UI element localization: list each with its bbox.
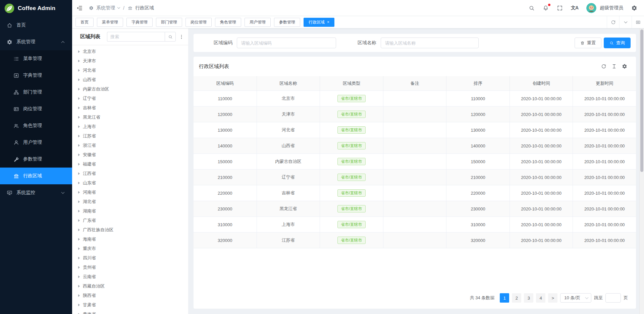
tree-search-button[interactable] — [165, 32, 176, 42]
refresh-icon[interactable] — [607, 16, 619, 28]
tree-node[interactable]: 广西壮族自治区 — [72, 225, 188, 235]
caret-right-icon[interactable] — [78, 275, 80, 278]
user-menu[interactable]: 超级管理员 — [586, 3, 623, 13]
jump-page-input[interactable] — [605, 293, 621, 303]
page-number-button[interactable]: 3 — [524, 293, 533, 303]
caret-right-icon[interactable] — [78, 163, 80, 166]
tree-node[interactable]: 浙江省 — [72, 141, 188, 150]
caret-right-icon[interactable] — [78, 294, 80, 297]
tree-node[interactable]: 云南省 — [72, 272, 188, 281]
tree-node[interactable]: 青海省 — [72, 310, 188, 314]
tree-node[interactable]: 福建省 — [72, 160, 188, 169]
tree-node[interactable]: 江苏省 — [72, 131, 188, 141]
sidebar-item-admin-region[interactable]: 行政区域 — [0, 168, 72, 184]
tree-node[interactable]: 吉林省 — [72, 103, 188, 113]
caret-right-icon[interactable] — [78, 50, 80, 53]
caret-right-icon[interactable] — [78, 191, 80, 194]
caret-right-icon[interactable] — [78, 153, 80, 156]
caret-right-icon[interactable] — [78, 135, 80, 137]
column-settings-gear-icon[interactable] — [622, 64, 627, 69]
tree-node[interactable]: 山东省 — [72, 178, 188, 188]
translate-icon[interactable]: 文A — [571, 5, 578, 11]
tab-close-icon[interactable]: × — [327, 20, 329, 24]
caret-right-icon[interactable] — [78, 247, 80, 250]
scrollbar-thumb[interactable] — [640, 29, 643, 172]
fullscreen-icon[interactable] — [557, 5, 563, 11]
sidebar-item-dict-management[interactable]: 字典管理 — [0, 67, 72, 84]
tree-node[interactable]: 河南省 — [72, 188, 188, 197]
sidebar-item-role-management[interactable]: 角色管理 — [0, 117, 72, 134]
page-size-select[interactable]: 10 条/页 — [560, 293, 591, 303]
sidebar-item-home[interactable]: 首页 — [0, 17, 72, 34]
caret-right-icon[interactable] — [78, 144, 80, 147]
caret-right-icon[interactable] — [78, 69, 80, 72]
tree-node[interactable]: 山西省 — [72, 75, 188, 84]
caret-right-icon[interactable] — [78, 182, 80, 184]
tree-node[interactable]: 湖北省 — [72, 197, 188, 206]
tree-node[interactable]: 辽宁省 — [72, 94, 188, 103]
sidebar-item-menu-management[interactable]: 菜单管理 — [0, 50, 72, 67]
app-logo[interactable]: Coffee Admin — [0, 0, 72, 17]
tree-node[interactable]: 贵州省 — [72, 263, 188, 272]
tree-search-input[interactable] — [107, 32, 165, 42]
search-icon[interactable] — [529, 5, 535, 11]
region-name-input[interactable] — [381, 38, 479, 48]
tab[interactable]: 首页 × — [75, 18, 94, 27]
tree-node[interactable]: 江西省 — [72, 169, 188, 178]
reset-button[interactable]: 重置 — [575, 38, 601, 48]
tab[interactable]: 参数管理 × — [274, 18, 300, 27]
row-height-icon[interactable] — [611, 64, 617, 69]
sidebar-item-user-management[interactable]: 用户管理 — [0, 134, 72, 151]
tree-node[interactable]: 安徽省 — [72, 150, 188, 160]
caret-right-icon[interactable] — [78, 210, 80, 212]
tree-node[interactable]: 河北省 — [72, 66, 188, 75]
caret-right-icon[interactable] — [78, 88, 80, 90]
tree-node[interactable]: 广东省 — [72, 216, 188, 225]
tree-node[interactable]: 四川省 — [72, 253, 188, 263]
notification-bell-icon[interactable] — [543, 5, 549, 11]
caret-right-icon[interactable] — [78, 200, 80, 203]
tree-node[interactable]: 内蒙古自治区 — [72, 84, 188, 94]
tab[interactable]: 用户管理 × — [245, 18, 271, 27]
maximize-icon[interactable] — [632, 16, 644, 28]
more-options-icon[interactable] — [179, 34, 184, 40]
caret-right-icon[interactable] — [78, 107, 80, 109]
tree-node[interactable]: 陕西省 — [72, 291, 188, 300]
caret-right-icon[interactable] — [78, 116, 80, 119]
sidebar-item-dept-management[interactable]: 部门管理 — [0, 84, 72, 101]
region-code-input[interactable] — [237, 38, 336, 48]
tree-node[interactable]: 北京市 — [72, 47, 188, 56]
tree-node[interactable]: 西藏自治区 — [72, 281, 188, 291]
caret-right-icon[interactable] — [78, 304, 80, 306]
caret-right-icon[interactable] — [78, 97, 80, 100]
tab[interactable]: 行政区域 × — [304, 18, 334, 27]
next-page-button[interactable]: > — [548, 293, 557, 303]
tree-node[interactable]: 重庆市 — [72, 244, 188, 253]
caret-right-icon[interactable] — [78, 257, 80, 259]
breadcrumb-section[interactable]: 系统管理 — [96, 5, 115, 11]
tree-node[interactable]: 黑龙江省 — [72, 113, 188, 122]
sidebar-item-post-management[interactable]: 岗位管理 — [0, 101, 72, 117]
tab[interactable]: 岗位管理 × — [185, 18, 212, 27]
caret-right-icon[interactable] — [78, 78, 80, 81]
settings-gear-icon[interactable] — [631, 5, 637, 11]
query-button[interactable]: 查询 — [604, 38, 631, 48]
tree-node[interactable]: 天津市 — [72, 56, 188, 66]
caret-right-icon[interactable] — [78, 238, 80, 241]
tree-node[interactable]: 甘肃省 — [72, 300, 188, 310]
sidebar-item-system-monitor[interactable]: 系统监控 — [0, 184, 72, 201]
page-number-button[interactable]: 4 — [536, 293, 545, 303]
caret-right-icon[interactable] — [78, 229, 80, 231]
caret-right-icon[interactable] — [78, 285, 80, 288]
page-number-button[interactable]: 2 — [512, 293, 521, 303]
tab[interactable]: 部门管理 × — [156, 18, 182, 27]
collapse-sidebar-icon[interactable] — [76, 5, 83, 11]
chevron-down-icon[interactable] — [619, 16, 632, 28]
page-number-button[interactable]: 1 — [500, 293, 509, 303]
caret-right-icon[interactable] — [78, 60, 80, 62]
tab[interactable]: 字典管理 × — [126, 18, 153, 27]
caret-right-icon[interactable] — [78, 266, 80, 269]
tree-node[interactable]: 湖南省 — [72, 206, 188, 216]
tree-node[interactable]: 上海市 — [72, 122, 188, 131]
tree-node[interactable]: 海南省 — [72, 235, 188, 244]
